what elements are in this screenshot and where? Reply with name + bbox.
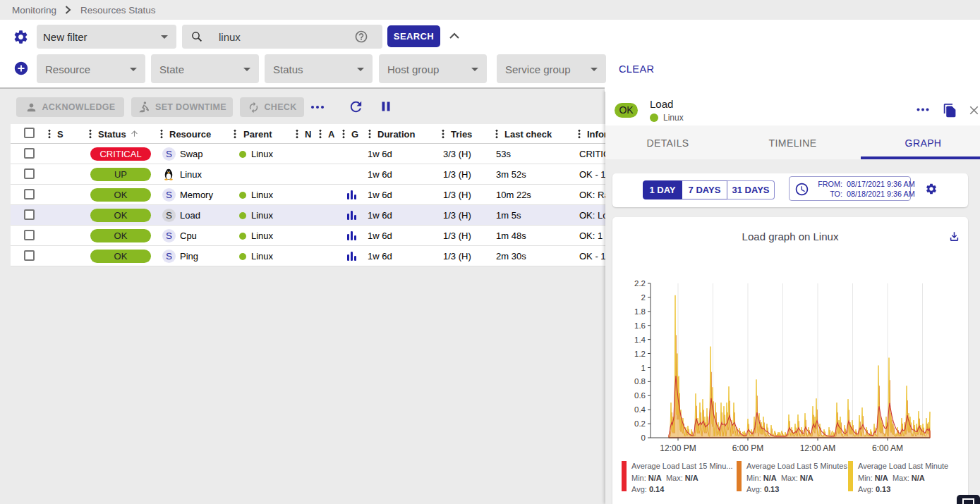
svg-text:1.8: 1.8 (634, 307, 646, 316)
svg-text:0.4: 0.4 (634, 405, 646, 414)
svg-text:0.2: 0.2 (634, 419, 646, 428)
svg-text:2: 2 (641, 293, 646, 302)
svg-text:1.2: 1.2 (634, 350, 646, 358)
svg-text:2.2: 2.2 (634, 279, 646, 288)
svg-text:6:00 PM: 6:00 PM (732, 443, 764, 452)
svg-text:0: 0 (641, 434, 646, 442)
svg-text:1.4: 1.4 (634, 336, 646, 344)
svg-text:12:00 AM: 12:00 AM (800, 443, 836, 452)
svg-text:12:00 PM: 12:00 PM (660, 443, 696, 452)
svg-text:1: 1 (641, 364, 646, 372)
svg-text:6:00 AM: 6:00 AM (872, 443, 903, 452)
svg-text:0.6: 0.6 (634, 391, 646, 400)
svg-text:1.6: 1.6 (634, 321, 646, 330)
svg-text:0.8: 0.8 (634, 377, 646, 386)
